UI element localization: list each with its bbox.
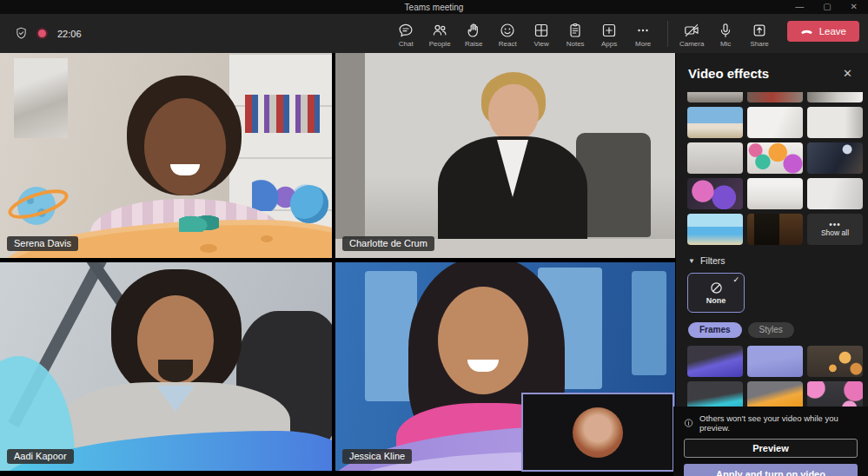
background-thumbnail[interactable] (687, 107, 743, 138)
none-slash-icon (709, 281, 724, 295)
sand-hole-decor (261, 235, 273, 242)
titlebar: Teams meeting — ▢ ✕ (0, 0, 868, 14)
frame-thumbnail[interactable] (687, 346, 743, 377)
video-tile-serena-davis[interactable]: Serena Davis (0, 53, 332, 258)
more-button[interactable]: More (626, 19, 660, 48)
share-icon (751, 22, 768, 39)
panel-header: Video effects ✕ (676, 53, 868, 89)
close-icon[interactable]: ✕ (851, 0, 858, 14)
react-icon (499, 22, 516, 39)
preview-button[interactable]: Preview (684, 439, 858, 458)
maximize-icon[interactable]: ▢ (823, 0, 831, 14)
react-button[interactable]: React (491, 19, 525, 48)
participant-name-label: Charlotte de Crum (342, 236, 434, 251)
panel-close-icon[interactable]: ✕ (839, 65, 856, 82)
meeting-timer: 22:06 (57, 29, 82, 39)
people-icon (431, 22, 448, 39)
tab-frames[interactable]: Frames (688, 322, 742, 338)
books-decor (245, 95, 320, 133)
camera-button[interactable]: Camera (675, 19, 709, 48)
filter-tabs: Frames Styles (676, 313, 868, 338)
background-thumbnail[interactable] (807, 178, 863, 209)
background-thumbnail[interactable] (687, 214, 743, 245)
window-controls: — ▢ ✕ (795, 0, 861, 14)
show-all-button[interactable]: ••• Show all (807, 214, 863, 245)
background-thumbnail[interactable] (807, 107, 863, 138)
participant-name-label: Aadi Kapoor (7, 449, 74, 464)
background-thumbnail[interactable] (687, 142, 743, 174)
phone-hangup-icon (800, 27, 813, 36)
more-icon (634, 22, 652, 39)
apps-icon (600, 22, 618, 39)
camera-off-icon (683, 22, 700, 39)
background-thumbnail[interactable] (807, 92, 863, 102)
window-decor (632, 271, 666, 375)
background-thumbnail[interactable] (807, 142, 863, 174)
participant-name-label: Jessica Kline (342, 449, 412, 464)
mini-planet-decor (290, 185, 328, 223)
video-grid: Serena Davis Charlotte de Crum Aadi Kapo… (0, 53, 676, 476)
sand-hole-decor (200, 244, 217, 253)
view-button[interactable]: View (525, 19, 559, 48)
panel-title: Video effects (688, 66, 769, 81)
chat-icon (397, 22, 414, 39)
leaves-decor (179, 209, 219, 232)
mic-button[interactable]: Mic (709, 19, 743, 48)
chat-button[interactable]: Chat (389, 19, 423, 48)
apply-and-turn-on-video-button[interactable]: Apply and turn on video (684, 464, 858, 476)
notes-icon (567, 22, 584, 39)
chevron-down-icon: ▼ (688, 257, 695, 265)
frame-thumbnail[interactable] (747, 346, 803, 377)
toolbar-divider (667, 21, 668, 47)
info-icon (684, 418, 693, 428)
minimize-icon[interactable]: — (795, 0, 804, 14)
filters-section-toggle[interactable]: ▼ Filters (676, 245, 868, 266)
mic-icon (717, 22, 734, 39)
raise-hand-icon (465, 22, 482, 39)
saturn-planet-decor (7, 175, 71, 235)
window-title: Teams meeting (405, 3, 464, 12)
participant-face (144, 98, 226, 195)
recording-indicator-icon (36, 28, 48, 39)
background-thumbnails: ••• Show all (676, 92, 868, 245)
background-thumbnail[interactable] (747, 107, 803, 138)
wall-decor (335, 53, 365, 258)
teams-meeting-window: Teams meeting — ▢ ✕ 22:06 Chat (0, 0, 868, 476)
shield-check-icon (14, 26, 29, 41)
preview-notice: Others won't see your video while you pr… (684, 413, 858, 433)
participant-beard (158, 360, 193, 382)
preview-footer: Others won't see your video while you pr… (673, 407, 868, 476)
background-thumbnail[interactable] (747, 92, 803, 102)
toolbar-buttons: Chat People Raise (389, 19, 859, 48)
participant-name-label: Serena Davis (7, 236, 78, 251)
participant-face (438, 287, 528, 394)
poster-decor (14, 58, 68, 138)
video-tile-charlotte-de-crum[interactable]: Charlotte de Crum (335, 53, 675, 258)
people-button[interactable]: People (423, 19, 457, 48)
apps-button[interactable]: Apps (593, 19, 626, 48)
leave-button[interactable]: Leave (787, 21, 859, 42)
meeting-info: 22:06 (14, 26, 82, 41)
background-thumbnail[interactable] (687, 178, 743, 209)
participant-face (488, 84, 539, 142)
meeting-toolbar: 22:06 Chat People (0, 14, 868, 53)
raise-hand-button[interactable]: Raise (457, 19, 491, 48)
filter-none-option[interactable]: ✓ None (687, 273, 745, 313)
share-button[interactable]: Share (743, 19, 777, 48)
frame-thumbnail[interactable] (807, 346, 863, 377)
tab-styles[interactable]: Styles (748, 322, 794, 338)
check-icon: ✓ (732, 275, 739, 284)
view-icon (533, 22, 550, 39)
video-tile-aadi-kapoor[interactable]: Aadi Kapoor (0, 262, 332, 471)
self-preview-tile[interactable] (521, 393, 674, 472)
notes-button[interactable]: Notes (559, 19, 593, 48)
background-thumbnail[interactable] (747, 178, 803, 209)
background-thumbnail[interactable] (747, 142, 803, 174)
ellipsis-icon: ••• (829, 222, 841, 228)
self-view-avatar (573, 407, 623, 458)
background-thumbnail[interactable] (687, 92, 743, 102)
background-thumbnail[interactable] (747, 214, 803, 245)
